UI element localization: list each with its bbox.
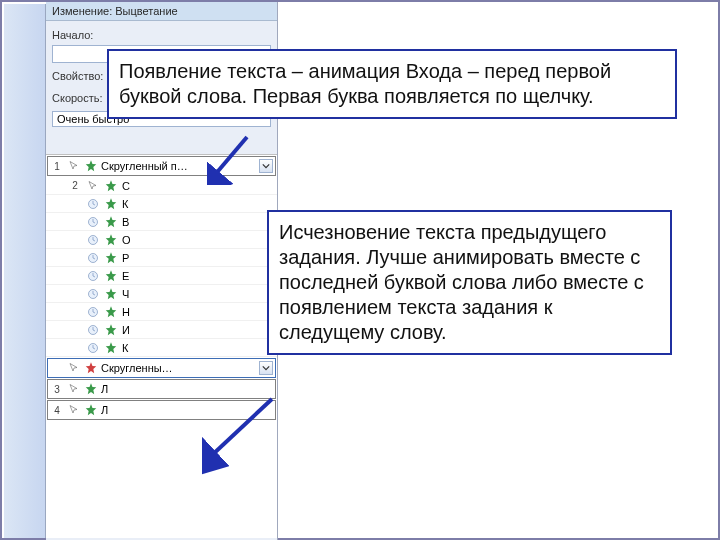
panel-header: Изменение: Выцветание [46, 2, 277, 21]
item-label: В [122, 216, 277, 228]
svg-line-0 [213, 137, 247, 177]
dropdown-button[interactable] [259, 361, 273, 375]
clock-icon [87, 324, 99, 336]
clock-icon [87, 234, 99, 246]
item-label: Е [122, 270, 277, 282]
list-item[interactable]: И [46, 321, 277, 339]
item-label: Н [122, 306, 277, 318]
mouse-icon [68, 383, 80, 395]
callout-top: Появление текста – анимация Входа – пере… [107, 49, 677, 119]
mouse-icon [68, 160, 80, 172]
clock-icon [87, 252, 99, 264]
chevron-down-icon [262, 162, 270, 170]
list-item[interactable]: Р [46, 249, 277, 267]
star-icon [104, 251, 118, 265]
item-label: И [122, 324, 277, 336]
list-item[interactable]: Ч [46, 285, 277, 303]
mouse-icon [87, 180, 99, 192]
start-label: Начало: [52, 29, 110, 41]
list-item[interactable]: Е [46, 267, 277, 285]
clock-icon [87, 270, 99, 282]
item-label: К [122, 342, 277, 354]
item-number: 1 [50, 161, 64, 172]
svg-line-1 [210, 399, 272, 457]
property-label: Свойство: [52, 70, 110, 82]
animation-list[interactable]: 1 Скругленный п… 2 С К В [46, 154, 277, 538]
speed-label: Скорость: [52, 92, 110, 104]
item-label: Л [101, 383, 273, 395]
star-icon [104, 341, 118, 355]
list-item[interactable]: К [46, 339, 277, 357]
item-label: Скругленны… [101, 362, 256, 374]
item-number: 2 [68, 180, 82, 191]
star-icon [104, 323, 118, 337]
item-number: 3 [50, 384, 64, 395]
item-label: Ч [122, 288, 277, 300]
clock-icon [87, 288, 99, 300]
chevron-down-icon [262, 364, 270, 372]
star-icon [104, 305, 118, 319]
list-item[interactable]: 3 Л [47, 379, 276, 399]
item-number: 4 [50, 405, 64, 416]
list-item[interactable]: О [46, 231, 277, 249]
star-icon [104, 197, 118, 211]
left-toolbar [4, 4, 46, 538]
star-icon [84, 361, 98, 375]
item-label: К [122, 198, 277, 210]
star-icon [104, 233, 118, 247]
arrow-top [207, 135, 257, 185]
item-label: О [122, 234, 277, 246]
clock-icon [87, 198, 99, 210]
star-icon [104, 269, 118, 283]
list-item[interactable]: К [46, 195, 277, 213]
list-item[interactable]: Н [46, 303, 277, 321]
dropdown-button[interactable] [259, 159, 273, 173]
star-icon [84, 382, 98, 396]
star-icon [84, 159, 98, 173]
clock-icon [87, 342, 99, 354]
callout-bottom: Исчезновение текста предыдущего задания.… [267, 210, 672, 355]
clock-icon [87, 216, 99, 228]
mouse-icon [68, 362, 80, 374]
star-icon [104, 287, 118, 301]
clock-icon [87, 306, 99, 318]
mouse-icon [68, 404, 80, 416]
list-item[interactable]: Скругленны… [47, 358, 276, 378]
list-item[interactable]: В [46, 213, 277, 231]
arrow-bottom [202, 397, 282, 477]
star-icon [104, 215, 118, 229]
item-label: Р [122, 252, 277, 264]
star-icon [84, 403, 98, 417]
star-icon [104, 179, 118, 193]
